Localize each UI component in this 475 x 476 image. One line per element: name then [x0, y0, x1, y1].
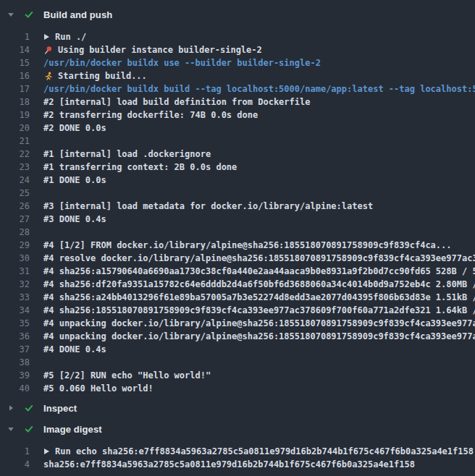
line-number[interactable]: 4: [0, 459, 30, 469]
log-line: 20#2 DONE 0.0s: [0, 122, 475, 135]
expand-run-icon[interactable]: [43, 33, 50, 41]
line-number[interactable]: 30: [0, 253, 30, 263]
line-number[interactable]: 33: [0, 292, 30, 302]
section-header-build-and-push[interactable]: Build and push: [0, 6, 475, 23]
log-line: 31#4 sha256:a15790640a6690aa1730c38cf0a4…: [0, 265, 475, 278]
section-title: Build and push: [43, 9, 112, 20]
log-line-content: /usr/bin/docker buildx build --tag local…: [43, 84, 475, 94]
log-section-image-digest: Image digest1Run echo sha256:e7ff8834a59…: [0, 420, 475, 471]
log-line-content: #5 [2/2] RUN echo "Hello world!": [43, 370, 211, 381]
log-line: 24#1 DONE 0.0s: [0, 174, 475, 187]
log-text: #4 sha256:185518070891758909c9f839cf4ca3…: [43, 305, 475, 315]
section-header-inspect[interactable]: Inspect: [0, 399, 475, 417]
log-line-content: #2 DONE 0.0s: [43, 123, 106, 133]
line-number[interactable]: 16: [0, 71, 30, 81]
log-section-inspect: Inspect: [0, 399, 475, 417]
log-line: 34#4 sha256:185518070891758909c9f839cf4c…: [0, 304, 475, 317]
section-header-image-digest[interactable]: Image digest: [0, 420, 475, 438]
success-check-icon: [24, 403, 34, 413]
log-text: #4 sha256:a24bb4013296f61e89ba57005a7b3e…: [43, 292, 475, 302]
log-text: /usr/bin/docker buildx use --builder bui…: [43, 58, 321, 68]
log-line-content: #3 DONE 0.4s: [43, 214, 106, 224]
line-number[interactable]: 1: [0, 446, 30, 456]
line-number[interactable]: 1: [0, 32, 30, 42]
log-text: Run ./: [55, 32, 86, 42]
log-line-content: #4 [1/2] FROM docker.io/library/alpine@s…: [43, 240, 452, 250]
log-section-build-and-push: Build and push1Run ./14Using builder ins…: [0, 6, 475, 395]
line-number[interactable]: 37: [0, 344, 30, 354]
log-line: 17/usr/bin/docker buildx build --tag loc…: [0, 82, 475, 95]
log-text: /usr/bin/docker buildx build --tag local…: [43, 84, 475, 94]
log-line-content: #3 [internal] load metadata for docker.i…: [43, 201, 373, 211]
log-line: 1Run echo sha256:e7ff8834a5963a2785c5a08…: [0, 445, 475, 458]
section-title: Image digest: [43, 424, 102, 435]
pin-icon: [43, 46, 53, 55]
log-text: #3 [internal] load metadata for docker.i…: [43, 201, 373, 211]
line-number[interactable]: 34: [0, 305, 30, 315]
log-line: 28: [0, 226, 475, 239]
log-text: #4 sha256:df20fa9351a15782c64e6dddb2d4a6…: [43, 279, 475, 289]
log-line: 25: [0, 187, 475, 200]
line-number[interactable]: 32: [0, 279, 30, 289]
line-number[interactable]: 36: [0, 331, 30, 341]
line-number[interactable]: 20: [0, 123, 30, 133]
log-text: #4 resolve docker.io/library/alpine@sha2…: [43, 253, 475, 263]
log-line: 36#4 unpacking docker.io/library/alpine@…: [0, 330, 475, 343]
chevron-down-icon: [7, 11, 16, 18]
line-number[interactable]: 39: [0, 370, 30, 381]
chevron-down-icon: [7, 425, 16, 433]
log-text: #2 transferring dockerfile: 74B 0.0s don…: [43, 110, 258, 120]
log-line-content: #2 [internal] load build definition from…: [43, 97, 310, 107]
log-line: 35#4 unpacking docker.io/library/alpine@…: [0, 317, 475, 330]
log-line: 18#2 [internal] load build definition fr…: [0, 95, 475, 109]
line-number[interactable]: 23: [0, 162, 30, 172]
line-number[interactable]: 35: [0, 318, 30, 328]
chevron-right-icon: [7, 404, 16, 412]
log-text: Using builder instance builder-single-2: [58, 45, 262, 55]
log-line: 38: [0, 356, 475, 369]
line-number[interactable]: 26: [0, 201, 30, 211]
expand-run-icon[interactable]: [43, 448, 50, 455]
line-number[interactable]: 27: [0, 214, 30, 224]
line-number[interactable]: 19: [0, 110, 30, 120]
log-text: Starting build...: [58, 71, 147, 81]
log-line-content: #4 unpacking docker.io/library/alpine@sh…: [43, 318, 475, 328]
line-number[interactable]: 14: [0, 45, 30, 55]
line-number[interactable]: 28: [0, 227, 30, 237]
line-number[interactable]: 17: [0, 84, 30, 94]
log-line-content: Starting build...: [43, 71, 147, 81]
log-line: 15/usr/bin/docker buildx use --builder b…: [0, 56, 475, 69]
log-line-content: #5 0.060 Hello world!: [43, 383, 154, 394]
line-number[interactable]: 38: [0, 357, 30, 367]
log-line: 29#4 [1/2] FROM docker.io/library/alpine…: [0, 239, 475, 252]
log-text: #4 [1/2] FROM docker.io/library/alpine@s…: [43, 240, 452, 250]
log-line-content: #4 sha256:185518070891758909c9f839cf4ca3…: [43, 305, 475, 315]
log-line: 33#4 sha256:a24bb4013296f61e89ba57005a7b…: [0, 291, 475, 304]
line-number[interactable]: 15: [0, 58, 30, 68]
line-number[interactable]: 21: [0, 136, 30, 146]
log-line: 19#2 transferring dockerfile: 74B 0.0s d…: [0, 109, 475, 122]
log-line: 30#4 resolve docker.io/library/alpine@sh…: [0, 252, 475, 265]
section-log-lines: 1Run ./14Using builder instance builder-…: [0, 30, 475, 395]
line-number[interactable]: 18: [0, 97, 30, 107]
log-line-content: Run ./: [43, 32, 86, 42]
line-number[interactable]: 31: [0, 266, 30, 276]
log-text: #4 sha256:a15790640a6690aa1730c38cf0a440…: [43, 266, 475, 276]
line-number[interactable]: 24: [0, 175, 30, 185]
line-number[interactable]: 25: [0, 188, 30, 198]
log-line: 39#5 [2/2] RUN echo "Hello world!": [0, 369, 475, 382]
log-text: #4 unpacking docker.io/library/alpine@sh…: [43, 331, 475, 341]
log-text: #4 unpacking docker.io/library/alpine@sh…: [43, 318, 475, 328]
log-text: #2 DONE 0.0s: [43, 123, 106, 133]
line-number[interactable]: 40: [0, 383, 30, 394]
log-text: #4 DONE 0.4s: [43, 344, 106, 354]
log-line: 22#1 [internal] load .dockerignore: [0, 148, 475, 161]
log-line-content: #1 DONE 0.0s: [43, 175, 106, 185]
workflow-log-panel: Build and push1Run ./14Using builder ins…: [0, 0, 475, 471]
log-line: 37#4 DONE 0.4s: [0, 343, 475, 356]
line-number[interactable]: 22: [0, 149, 30, 159]
line-number[interactable]: 29: [0, 240, 30, 250]
log-line-content: Using builder instance builder-single-2: [43, 45, 262, 55]
log-line-content: #1 [internal] load .dockerignore: [43, 149, 211, 159]
log-line: 4sha256:e7ff8834a5963a2785c5a0811e979d16…: [0, 458, 475, 471]
